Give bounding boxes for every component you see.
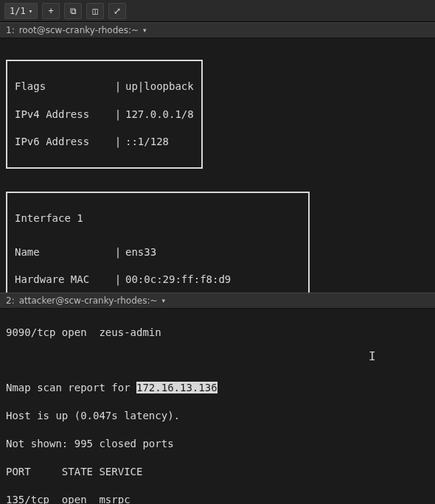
pane2-titlebar[interactable]: 2: attacker@scw-cranky-rhodes:~ ▾ [0, 293, 435, 309]
iface1-name-key: Name [15, 245, 111, 259]
chevron-down-icon: ▾ [29, 7, 32, 15]
tab-counter-button[interactable]: 1/1 ▾ [4, 3, 38, 19]
iface1-mac-key: Hardware MAC [15, 273, 111, 287]
tab-counter-label: 1/1 [10, 6, 26, 16]
pane2-index: 2: [6, 295, 15, 306]
new-window-button[interactable]: ⧉ [64, 3, 82, 19]
text-cursor-icon: I [369, 349, 376, 365]
iface0-flags-key: Flags [15, 80, 111, 94]
iface0-flags-val: up|loopback [125, 80, 194, 94]
plus-icon: + [48, 6, 53, 16]
iface1-header: Interface 1 [15, 211, 301, 225]
new-window-icon: ⧉ [70, 6, 77, 16]
add-tab-button[interactable]: + [42, 3, 60, 19]
chevron-down-icon[interactable]: ▾ [143, 27, 147, 34]
pane1-index: 1: [6, 25, 15, 35]
pane1-titlebar[interactable]: 1: root@scw-cranky-rhodes:~ ▾ [0, 22, 435, 38]
pane1-terminal[interactable]: Flags|up|loopback IPv4 Address|127.0.0.1… [0, 38, 435, 293]
pane1-title-text: root@scw-cranky-rhodes:~ [19, 25, 139, 35]
interface1-table: Interface 1 Name|ens33 Hardware MAC|00:0… [6, 192, 310, 293]
nmap-hostup: Host is up (0.047s latency). [6, 409, 429, 423]
iface0-ipv6-val: ::1/128 [125, 135, 169, 149]
nmap-header: PORT STATE SERVICE [6, 465, 429, 479]
detach-button[interactable]: ⤢ [108, 3, 126, 19]
split-button[interactable]: ◫ [86, 3, 104, 19]
iface0-ipv6-key: IPv6 Address [15, 135, 111, 149]
iface0-ipv4-val: 127.0.0.1/8 [125, 108, 194, 122]
iface1-name-val: ens33 [125, 245, 156, 259]
interface0-table: Flags|up|loopback IPv4 Address|127.0.0.1… [6, 60, 203, 169]
detach-icon: ⤢ [114, 6, 121, 16]
pane2-title-text: attacker@scw-cranky-rhodes:~ [19, 295, 158, 306]
pane2-terminal[interactable]: 9090/tcp open zeus-admin Nmap scan repor… [0, 309, 435, 504]
nmap-ip-highlight: 172.16.13.136 [136, 382, 218, 393]
nmap-line-prev: 9090/tcp open zeus-admin [6, 326, 429, 340]
iface1-mac-val: 00:0c:29:ff:f8:d9 [125, 273, 231, 287]
split-icon: ◫ [92, 6, 97, 16]
nmap-report-line: Nmap scan report for 172.16.13.136 [6, 381, 429, 395]
nmap-row: 135/tcp open msrpc [6, 493, 429, 504]
iface0-ipv4-key: IPv4 Address [15, 108, 111, 122]
chevron-down-icon[interactable]: ▾ [162, 297, 166, 304]
top-toolbar: 1/1 ▾ + ⧉ ◫ ⤢ [0, 0, 435, 22]
nmap-notshown: Not shown: 995 closed ports [6, 437, 429, 451]
